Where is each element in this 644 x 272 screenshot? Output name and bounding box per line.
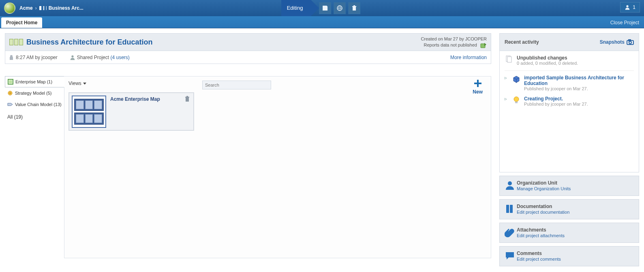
strategy-model-icon (7, 90, 13, 96)
snapshots-label: Snapshots (600, 39, 625, 45)
svg-point-3 (71, 55, 73, 57)
book-icon (505, 204, 517, 215)
editing-mode-label: Editing (281, 0, 311, 16)
recent-activity-title: Recent activity (505, 39, 539, 45)
panel-title: Comments (517, 251, 561, 256)
user-count-button[interactable]: 1 (620, 2, 640, 13)
tree-label: Value Chain Model (13) (15, 102, 62, 107)
unpublished-title: Unpublished changes (517, 55, 634, 61)
activity-title-link[interactable]: imported Sample Business Architecture fo… (524, 75, 634, 86)
panel-title: Attachments (517, 227, 565, 233)
activity-item: ▹ imported Sample Business Architecture … (505, 75, 634, 91)
activity-sub: Published by jcooper on Mar 27. (524, 86, 634, 91)
user-icon (625, 4, 630, 10)
plus-icon (473, 79, 482, 88)
panel-link[interactable]: Edit project documentation (517, 210, 569, 215)
svg-point-13 (514, 97, 519, 102)
activity-sub: Published by jcooper on Mar 27. (524, 102, 634, 106)
tree-item-strategy-model[interactable]: Strategy Model (5) (5, 87, 64, 99)
new-label: New (473, 89, 483, 95)
project-title: Business Architecture for Education (26, 38, 152, 47)
svg-rect-14 (515, 102, 518, 103)
panel-attachments[interactable]: Attachments Edit project attachments (499, 223, 639, 243)
top-bar: Acme › Business Arc... Editing 1 (0, 0, 644, 16)
svg-rect-16 (506, 205, 509, 213)
org-icon (505, 180, 517, 192)
new-button[interactable]: New (473, 79, 483, 95)
svg-rect-5 (9, 80, 12, 83)
model-card[interactable]: Acme Enterprise Map (68, 92, 194, 131)
project-icon (9, 39, 23, 45)
close-project-link[interactable]: Close Project (610, 20, 639, 26)
project-sub-header: 8:27 AM by jcooper Shared Project (4 use… (5, 51, 491, 64)
breadcrumb-project-icon (39, 6, 47, 10)
breadcrumb-leaf[interactable]: Business Arc... (49, 5, 83, 11)
save-icon (322, 5, 328, 11)
recent-activity-header: Recent activity Snapshots (499, 33, 639, 51)
save-button[interactable] (319, 2, 331, 14)
lock-time: 8:27 AM by jcooper (16, 55, 58, 60)
publish-button[interactable] (334, 2, 346, 14)
reports-text: Reports data not published (424, 42, 477, 47)
panel-org-unit[interactable]: Organization Unit Manage Organization Un… (499, 176, 639, 196)
panel-link[interactable]: Manage Organization Units (517, 186, 571, 191)
project-header: Business Architecture for Education Crea… (5, 33, 491, 51)
tree-item-enterprise-map[interactable]: Enterprise Map (1) (5, 76, 64, 87)
enterprise-map-icon (8, 79, 13, 85)
activity-title-link[interactable]: Creating Project. (524, 96, 634, 102)
panel-title: Documentation (517, 204, 569, 209)
more-info-link[interactable]: More information (450, 55, 487, 60)
breadcrumb-root[interactable]: Acme (19, 5, 33, 11)
chat-icon (505, 251, 517, 262)
trash-icon (351, 5, 357, 11)
panel-documentation[interactable]: Documentation Edit project documentation (499, 199, 639, 219)
tree-label: Enterprise Map (1) (15, 79, 52, 84)
box-icon (512, 75, 521, 91)
panel-title: Organization Unit (517, 180, 571, 186)
svg-rect-17 (510, 205, 513, 213)
svg-point-9 (629, 41, 631, 44)
card-thumbnail-icon (72, 96, 106, 128)
bulb-icon (512, 96, 521, 106)
views-dropdown[interactable]: Views (68, 81, 86, 86)
breadcrumb-sep: › (35, 5, 37, 11)
globe-icon (336, 5, 343, 11)
svg-point-1 (627, 5, 629, 7)
canvas-area: Views New Acme Enterprise Map (64, 76, 491, 258)
tab-project-home[interactable]: Project Home (1, 17, 42, 28)
panel-link[interactable]: Edit project comments (517, 257, 561, 261)
expand-icon[interactable]: ▹ (505, 96, 509, 106)
app-logo-icon[interactable] (4, 2, 15, 14)
user-count: 1 (633, 4, 635, 10)
svg-point-15 (508, 181, 512, 185)
camera-icon (627, 39, 634, 45)
delete-button[interactable] (348, 2, 360, 14)
lock-icon (9, 55, 13, 60)
unpublished-sub: 0 added, 0 modified, 0 deleted. (517, 61, 634, 66)
sub-bar: Project Home Close Project (0, 16, 644, 28)
search-input[interactable] (202, 81, 271, 89)
card-delete-button[interactable] (184, 96, 190, 103)
panel-link[interactable]: Edit project attachments (517, 233, 565, 238)
shared-label: Shared Project (77, 55, 109, 60)
card-title: Acme Enterprise Map (110, 96, 160, 128)
svg-rect-12 (507, 57, 511, 62)
shared-users-link[interactable]: (4 users) (110, 55, 129, 60)
created-text: Created on Mar 27 by JCOOPER (421, 36, 487, 42)
editing-toolbar: Editing (281, 0, 363, 16)
expand-icon[interactable]: ▹ (505, 75, 509, 91)
person-icon (70, 55, 75, 60)
svg-point-7 (9, 92, 11, 94)
snapshots-link[interactable]: Snapshots (600, 39, 634, 45)
trash-icon (184, 96, 190, 102)
value-chain-icon (7, 102, 13, 107)
recent-activity-list: Unpublished changes 0 added, 0 modified,… (499, 51, 639, 172)
tree-item-value-chain[interactable]: Value Chain Model (13) (5, 99, 64, 110)
tree-item-all[interactable]: All (19) (5, 110, 64, 124)
clip-icon (505, 227, 517, 239)
tree-label: Strategy Model (5) (15, 91, 51, 96)
panel-comments[interactable]: Comments Edit project comments (499, 246, 639, 266)
document-icon (505, 55, 513, 66)
unpublished-changes: Unpublished changes 0 added, 0 modified,… (505, 55, 634, 66)
publish-status-icon[interactable] (480, 42, 487, 48)
